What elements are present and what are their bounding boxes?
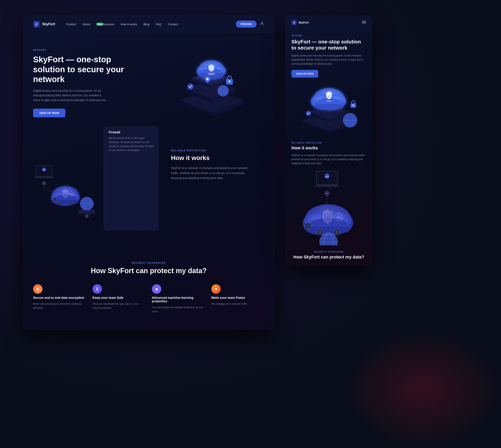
- mobile-navbar: SkyFort: [286, 16, 372, 29]
- mobile-how-tag: RELIABLE PROTECTION: [291, 142, 366, 144]
- svg-text:SkyFort: SkyFort: [325, 176, 329, 177]
- mobile-logo-text: SkyFort: [298, 21, 309, 24]
- mobile-hero-section: SKYFORT SkyFort — one-stop solution to s…: [286, 29, 372, 81]
- features-grid: Secure end to end data encryption Block …: [33, 284, 264, 314]
- how-section-title: How it works: [171, 154, 264, 161]
- security-title: How SkyFort can protect my data?: [33, 267, 264, 275]
- network-diagram-svg: SkyFort +: [33, 146, 98, 230]
- feature-title-4: Make your team Faster: [211, 296, 265, 300]
- nav-contact[interactable]: Contact: [168, 22, 178, 26]
- svg-text:SkyFort: SkyFort: [209, 73, 214, 75]
- svg-text:+: +: [319, 230, 321, 234]
- feature-icon-encryption: [33, 284, 43, 294]
- svg-point-17: [206, 78, 209, 80]
- nav-business-wrap: New Business: [96, 22, 114, 26]
- page-wrapper: SkyFort Product About New Business How i…: [0, 0, 501, 345]
- pricing-button[interactable]: PRICING: [236, 21, 257, 28]
- feature-desc-1: Block ads and trackers and block malicio…: [33, 302, 86, 310]
- svg-point-76: [336, 215, 341, 219]
- mobile-menu-icon[interactable]: [362, 20, 366, 25]
- user-icon[interactable]: [260, 21, 264, 27]
- hero-3d-illustration: SkyFort: [157, 46, 243, 120]
- svg-point-48: [157, 288, 157, 289]
- svg-point-15: [229, 80, 231, 82]
- nav-blog[interactable]: Blog: [143, 22, 149, 26]
- logo-icon: [33, 21, 40, 28]
- svg-point-47: [156, 288, 156, 289]
- mobile-network-svg: SkyFort +: [286, 171, 372, 245]
- svg-text:SkyFort: SkyFort: [327, 100, 332, 102]
- mobile-hero-desc: Digital privacy and security are a losin…: [291, 54, 366, 66]
- hero-brand-tag: SKYFORT: [33, 49, 135, 51]
- how-section-description: SkyFort is a rockwall. It encrypts and p…: [171, 165, 253, 180]
- feature-title-3: Advanced machine learning protection: [152, 296, 205, 303]
- mobile-security-tag: SECURITY GUARANTEE: [291, 251, 366, 253]
- hero-description: Digital privacy and security are a losin…: [33, 88, 108, 102]
- mobile-hero-title: SkyFort — one-stop solution to secure yo…: [291, 39, 366, 51]
- how-illustration: SkyFort +: [33, 146, 158, 230]
- feature-desc-4: We manage your network traffic.: [211, 302, 265, 306]
- mobile-card: SkyFort SKYFORT SkyFort — one-stop solut…: [286, 16, 372, 265]
- svg-point-64: [352, 105, 354, 106]
- mobile-how-desc: SkyFort is a rockwall. It encrypts and p…: [291, 153, 366, 165]
- firewall-card: Firewall We are proud to be a "No-Logs" …: [104, 127, 158, 230]
- svg-point-45: [96, 288, 98, 289]
- feature-desc-2: They just download the app, sign in, and…: [93, 302, 146, 310]
- feature-icon-ml: [152, 284, 161, 294]
- nav-product[interactable]: Product: [66, 22, 76, 26]
- svg-point-1: [261, 22, 263, 23]
- mobile-logo-icon: [291, 20, 297, 25]
- security-section: SECURITY GUARANTEE How SkyFort can prote…: [24, 246, 274, 329]
- svg-text:−: −: [307, 224, 309, 228]
- mobile-how-section: RELIABLE PROTECTION How it works SkyFort…: [286, 136, 372, 171]
- mobile-signup-button[interactable]: SIGN UP NOW: [291, 70, 318, 78]
- hero-cta-button[interactable]: SIGN UP NOW: [33, 109, 65, 117]
- feature-icon-faster: [211, 284, 221, 294]
- svg-text:+: +: [326, 192, 328, 195]
- svg-text:+: +: [86, 215, 87, 217]
- security-tag: SECURITY GUARANTEE: [33, 262, 264, 264]
- mobile-how-title: How it works: [291, 145, 366, 151]
- feature-ml: Advanced machine learning protection You…: [152, 284, 205, 314]
- feature-title-2: Keep your team Safe: [93, 296, 146, 300]
- mobile-network-illustration: SkyFort +: [286, 171, 372, 245]
- how-it-works-section: SkyFort +: [24, 130, 274, 246]
- feature-encryption: Secure end to end data encryption Block …: [33, 284, 86, 314]
- main-desktop-card: SkyFort Product About New Business How i…: [23, 16, 274, 330]
- feature-faster: Make your team Faster We manage your net…: [211, 284, 265, 314]
- svg-text:✓: ✓: [328, 95, 330, 98]
- feature-team-safe: Keep your team Safe They just download t…: [93, 284, 146, 314]
- hero-section: SKYFORT SkyFort — one-stop solution to s…: [24, 32, 274, 130]
- svg-text:SkyFort: SkyFort: [43, 170, 46, 171]
- nav-actions: PRICING: [236, 21, 264, 28]
- hero-illustration: SkyFort: [135, 46, 264, 120]
- nav-badge: New: [96, 23, 103, 26]
- navbar: SkyFort Product About New Business How i…: [24, 16, 274, 32]
- nav-faq[interactable]: FAQ: [156, 22, 161, 26]
- hero-content: SKYFORT SkyFort — one-stop solution to s…: [33, 49, 135, 117]
- mobile-brand-tag: SKYFORT: [291, 35, 366, 37]
- nav-about[interactable]: About: [83, 22, 90, 26]
- logo-text: SkyFort: [42, 22, 55, 26]
- mobile-hero-illustration: ✓ SkyFort: [286, 81, 372, 136]
- mobile-logo[interactable]: SkyFort: [291, 20, 309, 25]
- feature-desc-3: You can enable and disable protection as…: [152, 305, 205, 314]
- firewall-description: We are proud to be a "No-Logs" company; …: [109, 136, 154, 152]
- mobile-security-section: SECURITY GUARANTEE How SkyFort can prote…: [286, 245, 372, 265]
- nav-business[interactable]: Business: [103, 22, 114, 26]
- hero-title: SkyFort — one-stop solution to secure yo…: [33, 55, 135, 84]
- logo[interactable]: SkyFort: [33, 21, 55, 28]
- svg-point-16: [187, 83, 194, 90]
- feature-title-1: Secure end to end data encryption: [33, 296, 86, 300]
- how-right-content: RELIABLE PROTECTION How it works SkyFort…: [171, 146, 264, 180]
- mobile-security-title: How SkyFort can protect my data?: [291, 255, 366, 260]
- svg-rect-46: [155, 288, 158, 290]
- svg-point-28: [70, 193, 73, 195]
- svg-text:+: +: [70, 202, 71, 204]
- background-red-glow: [344, 331, 501, 448]
- svg-text:+: +: [60, 202, 61, 204]
- nav-how-it-works[interactable]: How it works: [121, 22, 137, 26]
- how-section-tag: RELIABLE PROTECTION: [171, 149, 264, 152]
- firewall-title: Firewall: [109, 131, 154, 134]
- nav-links: Product About New Business How it works …: [66, 22, 228, 26]
